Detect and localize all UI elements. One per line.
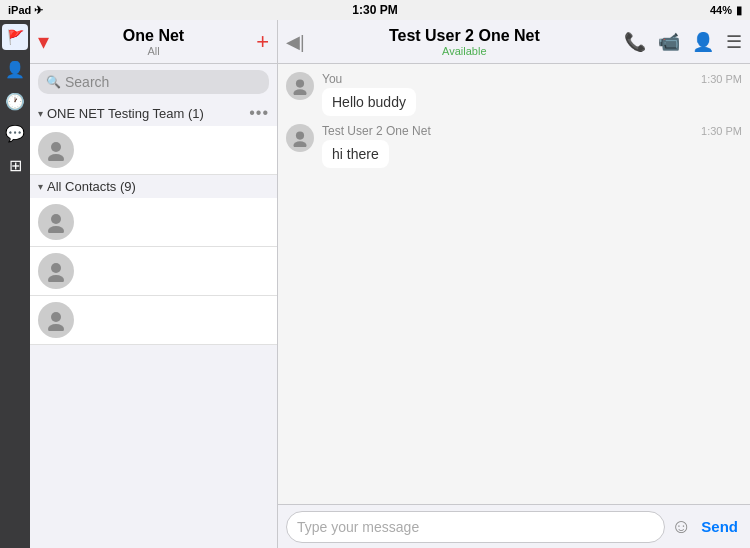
svg-point-5 [48, 275, 64, 282]
search-icon: 🔍 [46, 75, 61, 89]
avatar-3 [38, 253, 74, 289]
svg-point-3 [48, 226, 64, 233]
svg-point-0 [51, 142, 61, 152]
group-header-left-1: ▾ ONE NET Testing Team (1) [38, 106, 204, 121]
message-sender-2: Test User 2 One Net [322, 124, 431, 138]
group-options-icon-1[interactable]: ••• [249, 104, 269, 122]
group-header-1[interactable]: ▾ ONE NET Testing Team (1) ••• [30, 100, 277, 126]
message-time-1: 1:30 PM [701, 73, 742, 85]
svg-point-6 [51, 312, 61, 322]
svg-point-11 [293, 141, 306, 147]
message-avatar-1 [286, 72, 314, 100]
phone-icon[interactable]: 📞 [624, 31, 646, 53]
sidebar-icon-chat[interactable]: 💬 [2, 120, 28, 146]
avatar-4 [38, 302, 74, 338]
group-name-2: All Contacts (9) [47, 179, 136, 194]
contacts-icon[interactable]: 👤 [692, 31, 714, 53]
message-bubble-2: hi there [322, 140, 389, 168]
message-content-1: You 1:30 PM Hello buddy [322, 72, 742, 116]
status-time: 1:30 PM [352, 3, 397, 17]
svg-point-8 [296, 79, 304, 87]
message-input-area: Type your message ☺ Send [278, 504, 750, 548]
chat-panel: ◀| Test User 2 One Net Available 📞 📹 👤 ☰ [278, 20, 750, 548]
message-header-row-1: You 1:30 PM [322, 72, 742, 86]
app-container: 🚩 👤 🕐 💬 ⊞ ▾ One Net All + 🔍 Se [0, 20, 750, 548]
message-bubble-1: Hello buddy [322, 88, 416, 116]
message-input-placeholder: Type your message [297, 519, 419, 535]
group-header-2[interactable]: ▾ All Contacts (9) [30, 175, 277, 198]
status-left: iPad ✈ [8, 4, 43, 17]
message-time-2: 1:30 PM [701, 125, 742, 137]
group-name-1: ONE NET Testing Team (1) [47, 106, 204, 121]
emoji-button[interactable]: ☺ [671, 515, 691, 538]
chat-header-info: Test User 2 One Net Available [389, 27, 540, 57]
message-sender-1: You [322, 72, 342, 86]
add-contact-button[interactable]: + [256, 31, 269, 53]
clock-icon: 🕐 [5, 92, 25, 111]
chat-header-icons: 📞 📹 👤 ☰ [624, 31, 742, 53]
svg-point-2 [51, 214, 61, 224]
group-header-left-2: ▾ All Contacts (9) [38, 179, 136, 194]
svg-point-7 [48, 324, 64, 331]
contacts-header-info: One Net All [123, 27, 184, 57]
search-input[interactable]: Search [65, 74, 109, 90]
contact-item-1[interactable] [30, 126, 277, 175]
message-row-2: Test User 2 One Net 1:30 PM hi there [286, 124, 742, 168]
ipad-label: iPad ✈ [8, 4, 43, 17]
contacts-subtitle: All [147, 45, 159, 57]
svg-point-9 [293, 89, 306, 95]
sidebar-icon-person[interactable]: 👤 [2, 56, 28, 82]
message-content-2: Test User 2 One Net 1:30 PM hi there [322, 124, 742, 168]
sidebar-icon-flag[interactable]: 🚩 [2, 24, 28, 50]
avatar-1 [38, 132, 74, 168]
search-container: 🔍 Search [30, 64, 277, 100]
chat-contact-status: Available [442, 45, 486, 57]
menu-icon[interactable]: ☰ [726, 31, 742, 53]
svg-point-10 [296, 131, 304, 139]
contact-item-3[interactable] [30, 247, 277, 296]
message-header-row-2: Test User 2 One Net 1:30 PM [322, 124, 742, 138]
status-bar: iPad ✈ 1:30 PM 44% ▮ [0, 0, 750, 20]
contacts-header: ▾ One Net All + [30, 20, 277, 64]
message-input-box[interactable]: Type your message [286, 511, 665, 543]
sidebar-icon-grid[interactable]: ⊞ [2, 152, 28, 178]
video-icon[interactable]: 📹 [658, 31, 680, 53]
flag-icon: 🚩 [7, 29, 24, 45]
chat-header: ◀| Test User 2 One Net Available 📞 📹 👤 ☰ [278, 20, 750, 64]
message-row-1: You 1:30 PM Hello buddy [286, 72, 742, 116]
send-button[interactable]: Send [697, 518, 742, 535]
svg-point-1 [48, 154, 64, 161]
contacts-title: One Net [123, 27, 184, 45]
chevron-down-icon-2: ▾ [38, 181, 43, 192]
grid-icon: ⊞ [9, 156, 22, 175]
sidebar: 🚩 👤 🕐 💬 ⊞ [0, 20, 30, 548]
sidebar-icon-clock[interactable]: 🕐 [2, 88, 28, 114]
messages-area: You 1:30 PM Hello buddy Test User 2 One … [278, 64, 750, 504]
battery-label: 44% [710, 4, 732, 16]
battery-icon: ▮ [736, 4, 742, 17]
contact-item-2[interactable] [30, 198, 277, 247]
contact-item-4[interactable] [30, 296, 277, 345]
contacts-panel: ▾ One Net All + 🔍 Search ▾ ONE NET Testi… [30, 20, 278, 548]
status-right: 44% ▮ [710, 4, 742, 17]
chat-back-icon[interactable]: ◀| [286, 31, 305, 53]
chevron-down-icon-1: ▾ [38, 108, 43, 119]
svg-point-4 [51, 263, 61, 273]
person-icon: 👤 [5, 60, 25, 79]
message-avatar-2 [286, 124, 314, 152]
chat-icon: 💬 [5, 124, 25, 143]
chat-contact-name: Test User 2 One Net [389, 27, 540, 45]
search-box[interactable]: 🔍 Search [38, 70, 269, 94]
contacts-header-dropdown[interactable]: ▾ [38, 29, 49, 55]
avatar-2 [38, 204, 74, 240]
